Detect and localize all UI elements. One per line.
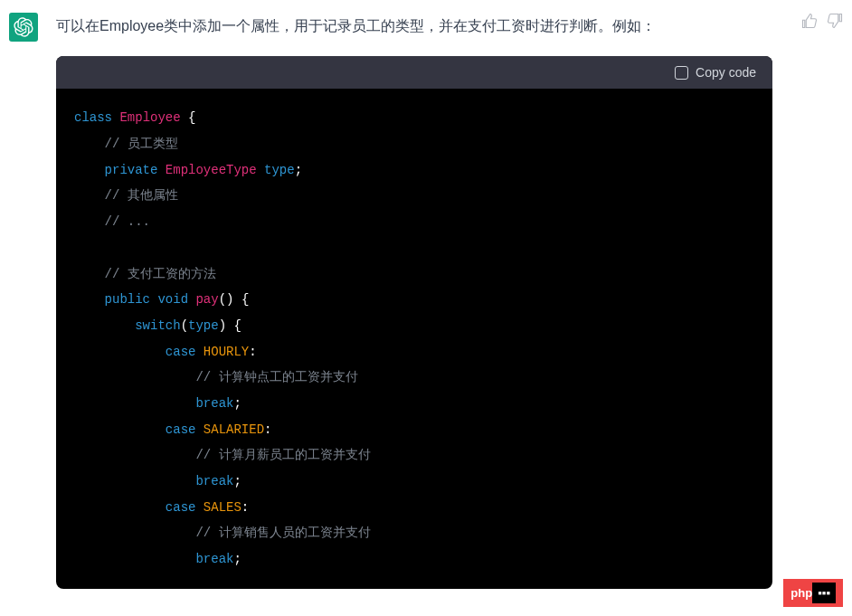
code-block: Copy code class Employee { // 员工类型 priva… [56,56,772,588]
code-header: Copy code [56,56,772,89]
copy-icon [675,66,688,80]
copy-label: Copy code [696,65,756,80]
content-area: 可以在Employee类中添加一个属性，用于记录员工的类型，并在支付工资时进行判… [56,13,772,589]
assistant-avatar [9,13,38,42]
code-content: class Employee { // 员工类型 private Employe… [56,89,772,588]
thumbs-down-button[interactable] [827,13,843,29]
watermark: php ▪▪▪ [783,579,843,607]
feedback-controls [801,13,843,589]
thumbs-down-icon [827,13,843,29]
thumbs-up-icon [801,13,818,29]
assistant-message: 可以在Employee类中添加一个属性，用于记录员工的类型，并在支付工资时进行判… [0,0,852,602]
response-text: 可以在Employee类中添加一个属性，用于记录员工的类型，并在支付工资时进行判… [56,13,772,40]
copy-code-button[interactable]: Copy code [675,65,756,80]
openai-logo-icon [14,17,33,37]
thumbs-up-button[interactable] [801,13,818,29]
